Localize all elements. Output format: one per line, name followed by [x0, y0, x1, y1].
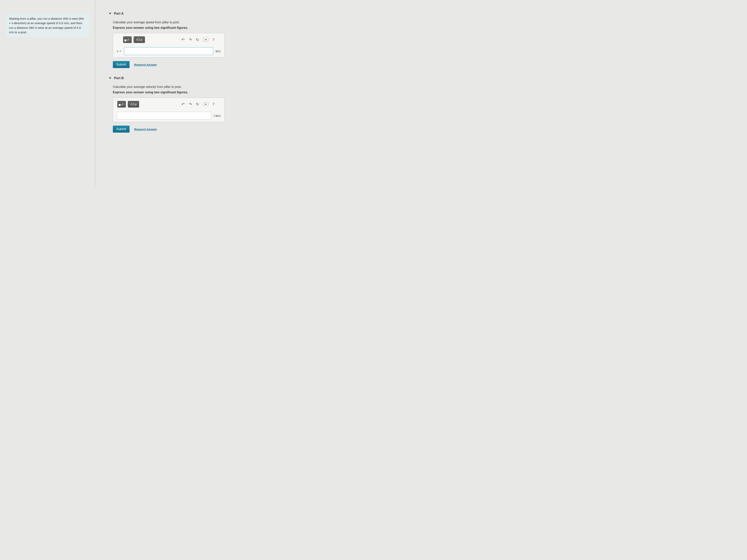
- reset-icon[interactable]: ↻: [196, 102, 199, 107]
- part-b-instruction: Express your answer using two significan…: [113, 90, 243, 94]
- part-b-prompt: Calculate your average velocity from pil…: [113, 85, 243, 89]
- part-b-actions: Submit Request Answer: [113, 126, 243, 133]
- undo-icon[interactable]: ↶: [181, 102, 185, 107]
- part-b-unit-text: m/s: [215, 114, 221, 118]
- part-a-instruction: Express your answer using two significan…: [113, 26, 243, 30]
- part-b-title: Part B: [114, 76, 124, 80]
- redo-icon[interactable]: ↷: [189, 37, 192, 42]
- problem-statement-panel: Starting from a pillar, you run a distan…: [0, 0, 95, 187]
- redo-icon[interactable]: ↷: [189, 102, 192, 107]
- part-b-answer-input[interactable]: [117, 112, 211, 119]
- help-button[interactable]: ?: [212, 37, 214, 42]
- part-a-title: Part A: [114, 12, 124, 16]
- keyboard-icon[interactable]: ⌨: [203, 103, 209, 106]
- part-b-answer-box: √□ ΑΣφ ↶ ↷ ↻ ⌨ ? î m: [113, 98, 225, 122]
- request-answer-link[interactable]: Request Answer: [134, 63, 157, 66]
- greek-symbols-button[interactable]: ΑΣφ: [134, 36, 145, 43]
- keyboard-icon[interactable]: ⌨: [203, 38, 209, 42]
- part-a-prompt: Calculate your average speed from pillar…: [113, 21, 243, 24]
- part-a-section: Calculate your average speed from pillar…: [113, 21, 243, 68]
- templates-button[interactable]: √□: [123, 36, 132, 43]
- reset-icon[interactable]: ↻: [196, 37, 199, 42]
- chevron-down-icon: [109, 13, 111, 15]
- part-b-section: Calculate your average velocity from pil…: [113, 85, 243, 133]
- part-a-unit-label: m/s: [215, 49, 221, 53]
- part-a-actions: Submit Request Answer: [113, 61, 243, 68]
- submit-button[interactable]: Submit: [113, 126, 130, 133]
- submit-button[interactable]: Submit: [113, 61, 130, 68]
- part-a-input-row: v = m/s: [115, 47, 222, 55]
- undo-icon[interactable]: ↶: [181, 37, 185, 42]
- part-b-unit-label: î m/s: [213, 114, 221, 118]
- request-answer-link[interactable]: Request Answer: [134, 128, 157, 131]
- templates-button[interactable]: √□: [117, 101, 126, 108]
- chevron-down-icon: [109, 77, 111, 79]
- help-button[interactable]: ?: [212, 102, 214, 107]
- problem-statement-text: Starting from a pillar, you run a distan…: [6, 14, 89, 37]
- templates-icon: √□: [125, 38, 130, 42]
- templates-icon: √□: [119, 103, 124, 106]
- i-hat-symbol: î: [213, 114, 214, 118]
- part-a-answer-box: √□ ΑΣφ ↶ ↷ ↻ ⌨ ? v = m/s: [113, 33, 225, 58]
- part-a-variable-label: v =: [117, 49, 122, 53]
- greek-symbols-button[interactable]: ΑΣφ: [128, 101, 139, 108]
- part-a-toolbar: √□ ΑΣφ ↶ ↷ ↻ ⌨ ?: [115, 35, 222, 44]
- answer-panel: Part A Calculate your average speed from…: [95, 0, 249, 187]
- part-b-input-row: î m/s: [115, 112, 222, 119]
- part-a-header[interactable]: Part A: [109, 12, 243, 16]
- part-b-header[interactable]: Part B: [109, 76, 243, 80]
- part-a-answer-input[interactable]: [124, 47, 213, 55]
- part-b-toolbar: √□ ΑΣφ ↶ ↷ ↻ ⌨ ?: [115, 100, 222, 108]
